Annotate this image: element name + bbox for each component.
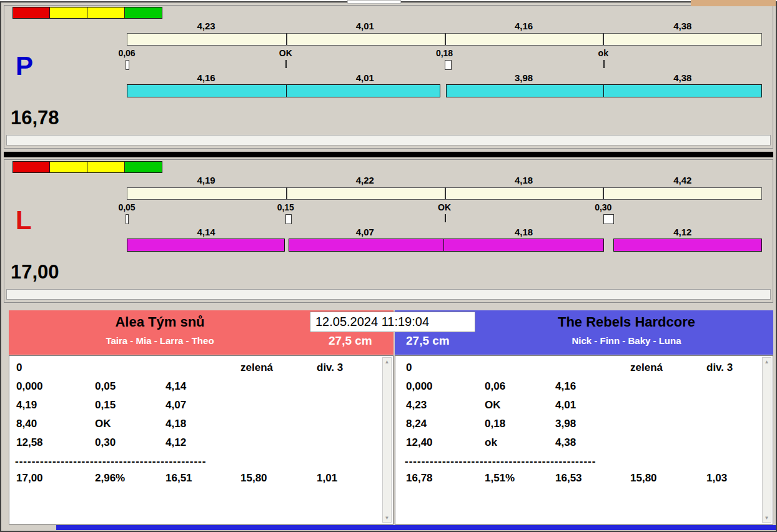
segment-time-label: 4,18 — [445, 175, 603, 185]
run-bar-segment — [289, 239, 444, 252]
scrollbar[interactable]: ▲ ▼ — [382, 357, 392, 523]
lane-total-time: 17,00 — [11, 261, 59, 283]
results-area-right[interactable]: 0 zelená div. 3 0,000 0,06 4,16 4,23 OK … — [395, 355, 773, 525]
results-cell: div. 3 — [706, 362, 733, 374]
segment-time-label: 4,16 — [445, 21, 603, 31]
run-bar-segment — [446, 84, 604, 97]
run-bar-labels: 4,14 4,07 4,18 4,12 — [127, 227, 762, 237]
segment-time-label: 4,01 — [285, 21, 444, 31]
scroll-down-icon[interactable]: ▼ — [763, 514, 771, 522]
run-bar-labels: 4,16 4,01 3,98 4,38 — [127, 72, 762, 83]
segment-time-label: 4,23 — [127, 21, 285, 31]
lane-total-time: 16,78 — [11, 107, 59, 129]
traffic-green-segment — [125, 7, 162, 19]
results-cell: 4,23 — [406, 399, 427, 411]
reference-bar-divider — [603, 33, 604, 45]
results-row: 0 zelená div. 3 — [405, 362, 760, 380]
lane-status-strip — [6, 289, 771, 300]
results-cell: 4,16 — [555, 380, 576, 393]
results-cell: 4,38 — [555, 436, 576, 449]
summary-row: 17,00 2,96% 16,51 15,80 1,01 — [15, 472, 380, 491]
results-row: 0 zelená div. 3 — [15, 362, 380, 380]
scroll-up-icon[interactable]: ▲ — [383, 358, 391, 366]
traffic-yellow-segment-1 — [50, 161, 87, 173]
segment-time-label: 4,01 — [285, 72, 444, 83]
results-cell: OK — [95, 418, 111, 430]
results-cell: 12,40 — [406, 436, 433, 449]
traffic-yellow-segment-1 — [50, 7, 87, 19]
scroll-down-icon[interactable]: ▼ — [383, 514, 391, 522]
results-cell: 0,15 — [95, 399, 116, 411]
results-cell: OK — [485, 399, 501, 411]
results-cell: 0 — [16, 362, 22, 374]
run-bar-segment — [603, 84, 762, 97]
app-window: 4,23 4,01 4,16 4,38 0,06 OK 0,18 ok 4,16… — [0, 1, 777, 532]
reference-bar-divider — [603, 187, 604, 199]
lane-panel-l: 4,19 4,22 4,18 4,42 0,05 0,15 OK 0,30 4,… — [4, 159, 773, 303]
exchange-label: ok — [598, 48, 608, 58]
team-members: Nick - Finn - Baky - Luna — [480, 335, 773, 346]
results-cell: 4,18 — [166, 418, 186, 430]
segment-time-label: 3,98 — [445, 72, 603, 83]
exchange-labels: 0,05 0,15 OK 0,30 — [127, 202, 762, 212]
run-bar-segment — [127, 239, 285, 252]
results-content: 0 zelená div. 3 0,000 0,06 4,16 4,23 OK … — [395, 356, 773, 524]
exchange-indicators — [127, 60, 762, 71]
panel-divider — [4, 152, 773, 157]
distance-label: 27,5 cm — [329, 334, 372, 348]
results-cell: 16,78 — [406, 472, 433, 485]
exchange-tick — [603, 60, 605, 68]
reference-bar — [127, 187, 762, 200]
exchange-tick — [445, 214, 446, 222]
traffic-red-segment — [12, 7, 50, 19]
results-cell: 16,53 — [555, 472, 582, 485]
traffic-yellow-segment-2 — [87, 7, 125, 19]
results-separator: ----------------------------------------… — [15, 455, 380, 472]
desktop-fragment-tan — [691, 0, 776, 6]
results-cell: 0,06 — [485, 380, 505, 393]
segment-time-label: 4,12 — [603, 227, 762, 237]
results-cell: 3,98 — [555, 418, 576, 430]
results-cell: 12,58 — [16, 436, 43, 449]
run-bar-p — [127, 84, 762, 97]
segment-time-label: 4,19 — [127, 175, 285, 185]
bottom-taskbar-strip — [56, 525, 776, 530]
traffic-light-bar — [12, 7, 162, 19]
segment-time-label: 4,42 — [603, 175, 762, 185]
reference-bar-labels: 4,19 4,22 4,18 4,42 — [127, 175, 762, 185]
results-cell: 1,03 — [706, 472, 727, 485]
run-bar-segment — [443, 239, 604, 252]
lane-letter: P — [16, 53, 33, 79]
traffic-yellow-segment-2 — [87, 161, 125, 173]
exchange-label: 0,06 — [118, 48, 135, 58]
results-content: 0 zelená div. 3 0,000 0,05 4,14 4,19 0,1… — [9, 356, 393, 524]
results-cell: 4,07 — [166, 399, 186, 411]
reference-bar-divider — [445, 187, 446, 199]
results-cell: 0 — [406, 362, 412, 374]
run-bar-segment — [613, 239, 762, 252]
segment-time-label: 4,07 — [285, 227, 444, 237]
traffic-light-bar — [12, 161, 162, 173]
reference-bar-labels: 4,23 4,01 4,16 4,38 — [127, 21, 762, 31]
exchange-label: 0,05 — [118, 202, 135, 212]
results-area-left[interactable]: 0 zelená div. 3 0,000 0,05 4,14 4,19 0,1… — [9, 355, 393, 525]
results-cell: 0,18 — [485, 418, 505, 430]
results-cell: div. 3 — [317, 362, 343, 374]
team-name: Alea Tým snů — [9, 314, 311, 330]
scroll-up-icon[interactable]: ▲ — [763, 358, 771, 366]
scrollbar[interactable]: ▲ ▼ — [762, 357, 771, 523]
gap-indicator-box — [603, 214, 614, 224]
results-cell: 4,01 — [555, 399, 576, 411]
lane-letter: L — [16, 207, 32, 234]
window-tab-fragment — [347, 0, 401, 4]
results-cell: 17,00 — [16, 472, 43, 485]
results-row: 12,40 ok 4,38 — [405, 436, 760, 455]
results-row: 4,23 OK 4,01 — [405, 399, 760, 418]
results-separator: ----------------------------------------… — [405, 455, 760, 472]
reference-bar-divider — [445, 33, 446, 45]
results-cell: 4,14 — [166, 380, 186, 393]
segment-time-label: 4,22 — [285, 175, 444, 185]
run-bar-segment — [127, 84, 287, 97]
run-bar-l — [127, 239, 762, 252]
results-row: 0,000 0,06 4,16 — [405, 380, 760, 399]
